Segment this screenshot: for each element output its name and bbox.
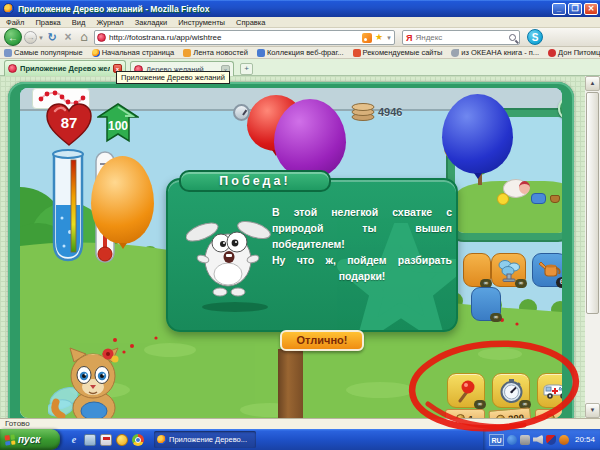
blue-balloon[interactable] xyxy=(442,94,513,174)
show-desktop-icon[interactable] xyxy=(84,434,96,446)
quick-launch: e xyxy=(68,434,144,446)
firefox-icon xyxy=(157,435,166,444)
menu-bar: Файл Правка Вид Журнал Закладки Инструме… xyxy=(0,17,600,28)
refresh-icon: ↻ xyxy=(47,31,56,44)
level-badge: 100 xyxy=(97,103,139,147)
back-button[interactable]: ← xyxy=(4,28,22,46)
dialog-title: Победа! xyxy=(179,170,331,192)
rabbit-character xyxy=(186,214,272,298)
menu-file[interactable]: Файл xyxy=(6,18,24,27)
sign-post xyxy=(278,349,303,418)
bookmark-item[interactable]: Рекомендуемые сайты xyxy=(353,48,443,57)
timer-clock-icon xyxy=(233,104,250,121)
coins-counter: 4946 xyxy=(351,103,402,121)
language-indicator[interactable]: RU xyxy=(489,434,504,446)
home-icon: ⌂ xyxy=(80,30,88,44)
search-icon[interactable] xyxy=(509,34,516,41)
page-content: 87 100 4946 X xyxy=(0,76,585,418)
bonus-count: 300 xyxy=(508,411,525,418)
close-button[interactable]: ✕ xyxy=(584,3,598,15)
coins-icon xyxy=(351,103,375,121)
chrome-icon[interactable] xyxy=(132,434,144,446)
start-button[interactable]: пуск xyxy=(0,429,60,450)
tray-orange-icon[interactable] xyxy=(559,435,569,445)
dialog-ok-button[interactable]: Отлично! xyxy=(280,330,364,351)
skype-icon[interactable]: S xyxy=(527,29,543,45)
antivirus-shield-icon[interactable] xyxy=(546,435,556,445)
new-tab-button[interactable]: + xyxy=(240,63,253,75)
cat-character[interactable] xyxy=(48,342,136,418)
rss-icon[interactable] xyxy=(362,33,372,43)
duck-character xyxy=(497,193,509,205)
menu-tools[interactable]: Инструменты xyxy=(178,18,225,27)
menu-bookmarks[interactable]: Закладки xyxy=(135,18,167,27)
bonus-balloon-pump-button[interactable]: ∞ xyxy=(447,373,485,408)
search-box[interactable]: Я xyxy=(402,30,520,45)
balloon-pump-icon xyxy=(455,379,477,403)
taskbar: пуск e Приложение Дерево... RU 20:54 xyxy=(0,429,600,450)
bookmark-item[interactable]: Начальная страница xyxy=(92,48,175,57)
clock: 20:54 xyxy=(575,435,595,444)
home-button[interactable]: ⌂ xyxy=(77,30,91,44)
qip-icon[interactable] xyxy=(116,434,128,446)
bookmark-item[interactable]: Лента новостей xyxy=(183,48,248,57)
watering-can-button[interactable]: 6 xyxy=(532,253,562,287)
pencil-icon xyxy=(451,49,459,57)
collection-icon xyxy=(257,49,265,57)
menu-edit[interactable]: Правка xyxy=(35,18,60,27)
forward-icon: → xyxy=(27,33,35,42)
page-scrollbar[interactable]: ▲ ▼ xyxy=(585,76,600,418)
bookmark-item[interactable]: Коллекция веб-фраг... xyxy=(257,48,344,57)
water-test-tube xyxy=(49,148,87,270)
price-tag: 1 xyxy=(445,409,485,418)
tab-active-wishtree-app[interactable]: Приложение Дерево желаний x xyxy=(4,60,126,76)
scrollbar-thumb[interactable] xyxy=(586,92,599,314)
scroll-down-icon[interactable]: ▼ xyxy=(585,403,600,418)
address-bar[interactable]: ★ ▼ xyxy=(94,30,395,45)
tray-network-icon[interactable] xyxy=(520,435,530,445)
status-text: Готово xyxy=(5,419,30,428)
hidden-tool-button[interactable]: ∞ xyxy=(463,253,491,287)
forward-button[interactable]: → xyxy=(24,31,37,44)
url-input[interactable] xyxy=(109,33,359,42)
bookmark-item[interactable]: из ОКЕАНА книга - п... xyxy=(451,48,539,57)
scroll-up-icon[interactable]: ▲ xyxy=(585,76,600,91)
status-bar: Готово xyxy=(0,418,600,429)
menu-help[interactable]: Справка xyxy=(236,18,265,27)
menu-history[interactable]: Журнал xyxy=(96,18,123,27)
menu-view[interactable]: Вид xyxy=(72,18,86,27)
bonus-stopwatch-button[interactable]: ∞ xyxy=(492,373,530,408)
orange-balloon[interactable] xyxy=(91,156,154,244)
bookmark-star-icon[interactable]: ★ xyxy=(375,33,383,42)
bookmark-item[interactable]: Дон Питомца xyxy=(548,48,600,57)
bookmarks-bar: Самые популярные Начальная страница Лент… xyxy=(0,47,600,59)
pet-icon xyxy=(548,49,556,57)
history-dropdown[interactable]: ▼ xyxy=(38,35,44,41)
level-value: 100 xyxy=(108,119,128,133)
media-player-icon[interactable] xyxy=(100,434,112,446)
taskbar-window-button[interactable]: Приложение Дерево... xyxy=(154,431,256,448)
restore-button[interactable]: ❐ xyxy=(568,3,582,15)
fan-tool-button[interactable]: ∞ xyxy=(491,253,526,287)
game-canvas[interactable]: 87 100 4946 X xyxy=(20,88,562,418)
yandex-icon[interactable]: Я xyxy=(406,33,412,43)
screen: Приложение Дерево желаний - Mozilla Fire… xyxy=(0,0,600,450)
news-folder-icon xyxy=(183,49,191,57)
minimize-button[interactable]: _ xyxy=(552,3,566,15)
tray-app-icon[interactable] xyxy=(507,435,517,445)
most-visited-icon xyxy=(4,49,12,57)
hidden-tool-button2[interactable]: ∞ xyxy=(471,287,501,321)
site-favicon xyxy=(97,33,106,42)
purple-balloon[interactable] xyxy=(274,99,346,179)
ambulance-icon xyxy=(542,381,562,401)
bookmark-item[interactable]: Самые популярные xyxy=(4,48,83,57)
volume-icon[interactable] xyxy=(533,435,543,445)
search-input[interactable] xyxy=(415,33,506,42)
ie-icon[interactable]: e xyxy=(68,434,80,446)
stop-button[interactable]: × xyxy=(61,30,75,44)
refresh-button[interactable]: ↻ xyxy=(45,30,59,44)
bonus-ambulance-button[interactable]: ∞ xyxy=(537,373,562,408)
tab-tooltip: Приложение Дерево желаний xyxy=(116,71,230,84)
count-badge: 6 xyxy=(556,277,562,288)
autocomplete-dropdown[interactable]: ▼ xyxy=(386,35,392,41)
